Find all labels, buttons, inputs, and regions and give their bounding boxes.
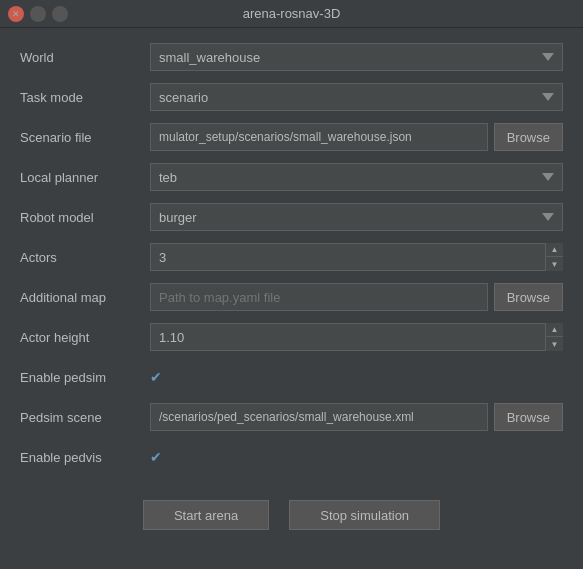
task-mode-select[interactable]: scenariorandommanual xyxy=(150,83,563,111)
start-arena-button[interactable]: Start arena xyxy=(143,500,269,530)
scenario-file-label: Scenario file xyxy=(20,130,150,145)
title-bar: ✕ arena-rosnav-3D xyxy=(0,0,583,28)
scenario-file-browse-button[interactable]: Browse xyxy=(494,123,563,151)
additional-map-browse-button[interactable]: Browse xyxy=(494,283,563,311)
pedsim-scene-browse-button[interactable]: Browse xyxy=(494,403,563,431)
enable-pedvis-row: Enable pedvis ✔ xyxy=(20,442,563,472)
close-button[interactable]: ✕ xyxy=(8,6,24,22)
bottom-buttons: Start arena Stop simulation xyxy=(20,490,563,530)
enable-pedvis-checkbox-wrap: ✔ xyxy=(150,449,162,465)
actors-row: Actors ▲ ▼ xyxy=(20,242,563,272)
robot-model-row: Robot model burgerjackalturtlebot3 xyxy=(20,202,563,232)
title-bar-left: ✕ xyxy=(8,6,68,22)
scenario-file-row: Scenario file Browse xyxy=(20,122,563,152)
pedsim-scene-label: Pedsim scene xyxy=(20,410,150,425)
robot-model-select[interactable]: burgerjackalturtlebot3 xyxy=(150,203,563,231)
actors-spin-up[interactable]: ▲ xyxy=(546,243,563,257)
additional-map-row: Additional map Browse xyxy=(20,282,563,312)
actor-height-spin-up[interactable]: ▲ xyxy=(546,323,563,337)
actor-height-input[interactable] xyxy=(150,323,563,351)
enable-pedsim-row: Enable pedsim ✔ xyxy=(20,362,563,392)
robot-model-label: Robot model xyxy=(20,210,150,225)
world-select[interactable]: small_warehouselarge_warehousehospital xyxy=(150,43,563,71)
actor-height-spin-buttons: ▲ ▼ xyxy=(545,323,563,351)
enable-pedvis-checkmark[interactable]: ✔ xyxy=(150,449,162,465)
additional-map-input[interactable] xyxy=(150,283,488,311)
actors-input[interactable] xyxy=(150,243,563,271)
additional-map-label: Additional map xyxy=(20,290,150,305)
actor-height-spinbox: ▲ ▼ xyxy=(150,323,563,351)
main-content: World small_warehouselarge_warehousehosp… xyxy=(0,28,583,544)
enable-pedvis-label: Enable pedvis xyxy=(20,450,150,465)
minimize-button[interactable] xyxy=(30,6,46,22)
world-label: World xyxy=(20,50,150,65)
actors-spin-down[interactable]: ▼ xyxy=(546,257,563,271)
enable-pedsim-checkmark[interactable]: ✔ xyxy=(150,369,162,385)
local-planner-select[interactable]: tebdwampc xyxy=(150,163,563,191)
enable-pedsim-checkbox-wrap: ✔ xyxy=(150,369,162,385)
actors-spinbox: ▲ ▼ xyxy=(150,243,563,271)
actors-spin-buttons: ▲ ▼ xyxy=(545,243,563,271)
task-mode-row: Task mode scenariorandommanual xyxy=(20,82,563,112)
actor-height-label: Actor height xyxy=(20,330,150,345)
task-mode-label: Task mode xyxy=(20,90,150,105)
actor-height-spin-down[interactable]: ▼ xyxy=(546,337,563,351)
maximize-button[interactable] xyxy=(52,6,68,22)
local-planner-label: Local planner xyxy=(20,170,150,185)
scenario-file-input[interactable] xyxy=(150,123,488,151)
pedsim-scene-input[interactable] xyxy=(150,403,488,431)
title-bar-title: arena-rosnav-3D xyxy=(0,6,583,21)
stop-simulation-button[interactable]: Stop simulation xyxy=(289,500,440,530)
actor-height-row: Actor height ▲ ▼ xyxy=(20,322,563,352)
pedsim-scene-row: Pedsim scene Browse xyxy=(20,402,563,432)
world-row: World small_warehouselarge_warehousehosp… xyxy=(20,42,563,72)
actors-label: Actors xyxy=(20,250,150,265)
enable-pedsim-label: Enable pedsim xyxy=(20,370,150,385)
local-planner-row: Local planner tebdwampc xyxy=(20,162,563,192)
